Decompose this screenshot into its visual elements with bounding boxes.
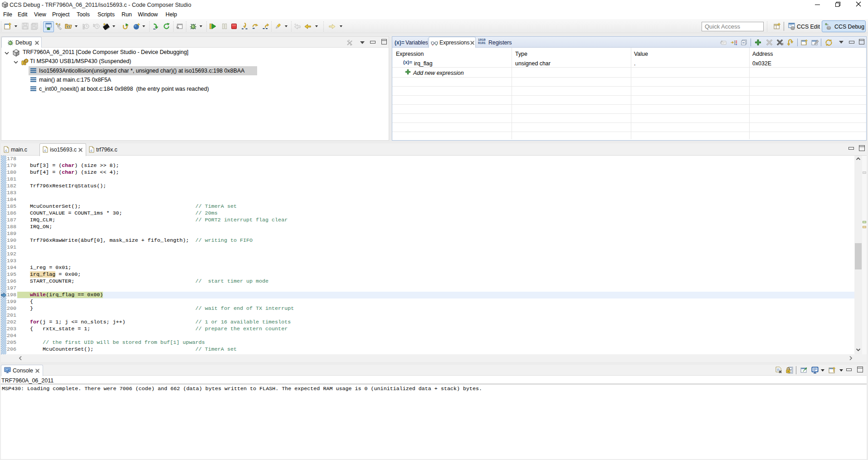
svg-text:.c: .c (44, 148, 46, 152)
svg-text:.c: .c (90, 148, 93, 152)
svg-text:.c: .c (5, 148, 7, 152)
